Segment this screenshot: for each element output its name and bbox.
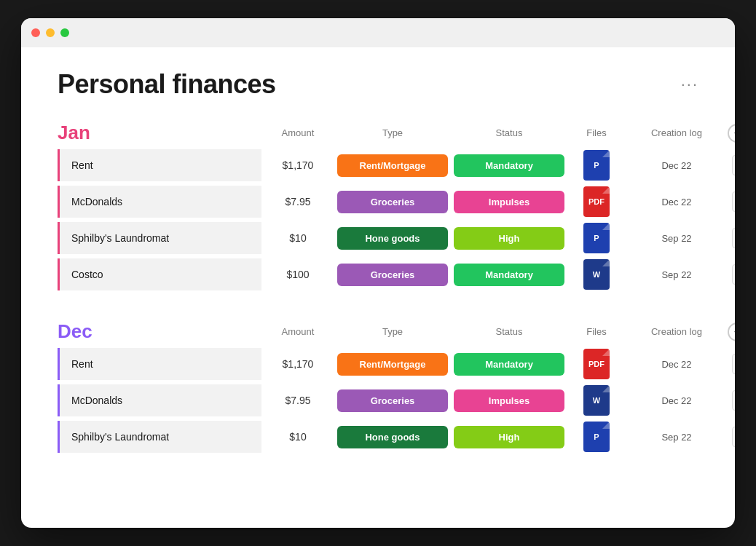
row-name-cell: Costco	[58, 258, 261, 290]
col-header-status-jan: Status	[451, 127, 567, 138]
col-header-status-dec: Status	[451, 326, 567, 337]
row-creation-log: Sep 22	[626, 432, 728, 443]
row-amount-cell: $7.95	[261, 196, 334, 207]
row-action-cell: ···	[728, 354, 735, 374]
more-options-button[interactable]: ···	[681, 75, 698, 94]
col-header-log-dec: Creation log	[626, 326, 728, 337]
row-amount-cell: $1,170	[261, 358, 334, 370]
row-action-cell: ···	[728, 264, 735, 285]
row-files-cell: P	[567, 223, 626, 253]
col-header-amount-jan: Amount	[261, 127, 334, 138]
row-action-cell: ···	[728, 155, 735, 175]
row-name-cell: Sphilby's Laundromat	[58, 222, 261, 254]
row-type-badge: Groceries	[337, 389, 448, 412]
page-header: Personal finances ···	[58, 69, 698, 100]
minimize-dot[interactable]	[46, 28, 55, 37]
row-creation-log: Dec 22	[626, 197, 728, 207]
add-row-button-dec[interactable]: +	[728, 323, 735, 341]
row-action-button[interactable]: ···	[732, 264, 735, 285]
row-action-cell: ···	[728, 228, 735, 248]
table-row: Sphilby's Laundromat$10Hone goodsHighPSe…	[58, 420, 698, 454]
row-action-button[interactable]: ···	[732, 354, 735, 374]
row-type-badge: Rent/Mortgage	[337, 353, 448, 376]
table-row: McDonalds$7.95GroceriesImpulsesWDec 22··…	[58, 384, 698, 417]
row-action-button[interactable]: ···	[732, 155, 735, 175]
row-files-cell: PDF	[567, 349, 626, 379]
row-creation-log: Dec 22	[626, 395, 728, 406]
row-name-cell: McDonalds	[58, 384, 261, 416]
row-files-cell: W	[567, 259, 626, 290]
table-row: Costco$100GroceriesMandatoryWSep 22···	[58, 258, 698, 291]
row-status-badge: Mandatory	[454, 264, 564, 286]
row-files-cell: P	[567, 150, 626, 181]
col-header-type-jan: Type	[334, 127, 451, 138]
file-icon[interactable]: W	[583, 385, 610, 416]
month-label-dec: Dec	[58, 320, 261, 343]
file-icon[interactable]: W	[583, 259, 610, 290]
row-type-badge: Rent/Mortgage	[337, 154, 448, 177]
file-icon[interactable]: P	[583, 223, 610, 253]
row-action-cell: ···	[728, 191, 735, 212]
row-type-badge: Hone goods	[337, 426, 448, 448]
table-row: McDonalds$7.95GroceriesImpulsesPDFDec 22…	[58, 185, 698, 218]
col-header-log-jan: Creation log	[626, 127, 728, 138]
row-amount-cell: $100	[261, 269, 334, 280]
row-status-badge: High	[454, 426, 564, 448]
row-status-badge: Impulses	[454, 191, 564, 213]
col-header-files-dec: Files	[567, 326, 626, 337]
col-header-type-dec: Type	[334, 326, 451, 337]
app-window: Personal finances ··· JanAmountTypeStatu…	[21, 18, 735, 528]
row-creation-log: Sep 22	[626, 233, 728, 244]
month-label-jan: Jan	[58, 122, 261, 144]
row-type-badge: Hone goods	[337, 227, 448, 250]
file-icon[interactable]: PDF	[583, 349, 610, 379]
row-status-badge: High	[454, 227, 564, 250]
row-status-badge: Mandatory	[454, 154, 564, 177]
row-action-button[interactable]: ···	[732, 390, 735, 411]
row-action-button[interactable]: ···	[732, 191, 735, 212]
table-row: Rent$1,170Rent/MortgageMandatoryPDFDec 2…	[58, 347, 698, 381]
titlebar	[21, 18, 735, 47]
section-header-jan: JanAmountTypeStatusFilesCreation log+	[58, 122, 698, 144]
row-name-cell: McDonalds	[58, 186, 261, 218]
col-header-files-jan: Files	[567, 127, 626, 138]
sections-container: JanAmountTypeStatusFilesCreation log+Ren…	[58, 122, 698, 454]
row-action-cell: ···	[728, 427, 735, 447]
row-creation-log: Dec 22	[626, 359, 728, 370]
row-status-badge: Mandatory	[454, 353, 564, 376]
row-amount-cell: $7.95	[261, 395, 334, 406]
expand-dot[interactable]	[60, 28, 69, 37]
row-action-button[interactable]: ···	[732, 228, 735, 248]
row-action-cell: ···	[728, 390, 735, 411]
file-icon[interactable]: P	[583, 422, 610, 452]
file-icon[interactable]: P	[583, 150, 610, 181]
section-dec: DecAmountTypeStatusFilesCreation log+Ren…	[58, 320, 698, 454]
add-row-button-jan[interactable]: +	[728, 124, 735, 143]
row-amount-cell: $10	[261, 232, 334, 244]
col-header-amount-dec: Amount	[261, 326, 334, 337]
row-name-cell: Sphilby's Laundromat	[58, 421, 261, 453]
file-icon[interactable]: PDF	[583, 186, 610, 217]
row-name-cell: Rent	[58, 149, 261, 181]
close-dot[interactable]	[31, 28, 40, 37]
row-amount-cell: $1,170	[261, 159, 334, 171]
row-type-badge: Groceries	[337, 264, 448, 286]
row-files-cell: P	[567, 422, 626, 452]
section-jan: JanAmountTypeStatusFilesCreation log+Ren…	[58, 122, 698, 291]
row-files-cell: W	[567, 385, 626, 416]
row-amount-cell: $10	[261, 431, 334, 443]
page-title: Personal finances	[58, 69, 276, 100]
row-creation-log: Sep 22	[626, 269, 728, 280]
row-name-cell: Rent	[58, 348, 261, 380]
table-row: Sphilby's Laundromat$10Hone goodsHighPSe…	[58, 221, 698, 255]
row-status-badge: Impulses	[454, 389, 564, 412]
row-creation-log: Dec 22	[626, 160, 728, 171]
row-type-badge: Groceries	[337, 191, 448, 213]
table-row: Rent$1,170Rent/MortgageMandatoryPDec 22·…	[58, 149, 698, 182]
main-content: Personal finances ··· JanAmountTypeStatu…	[21, 47, 735, 512]
row-files-cell: PDF	[567, 186, 626, 217]
row-action-button[interactable]: ···	[732, 427, 735, 447]
section-header-dec: DecAmountTypeStatusFilesCreation log+	[58, 320, 698, 343]
